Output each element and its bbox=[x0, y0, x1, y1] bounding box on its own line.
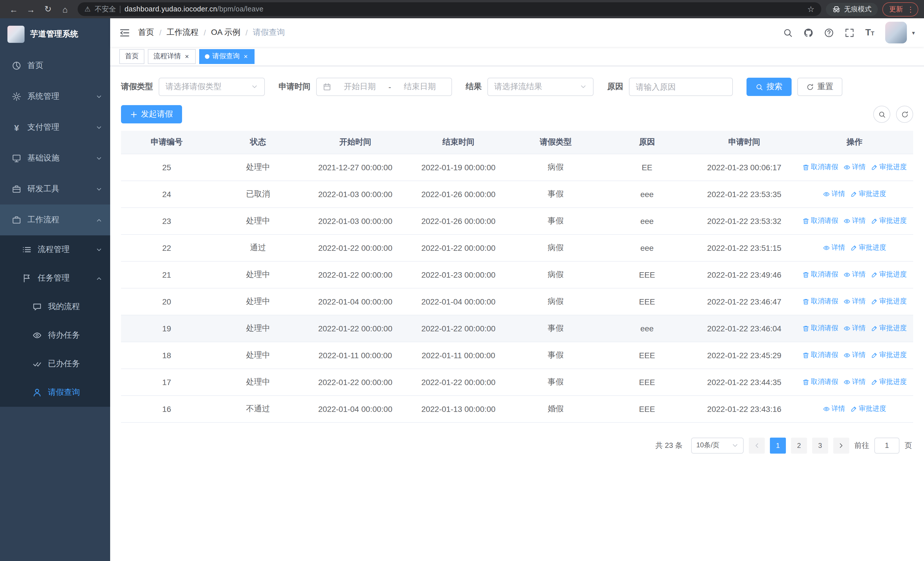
toggle-search-button[interactable] bbox=[873, 106, 890, 123]
sidebar-item[interactable]: 任务管理 bbox=[0, 264, 110, 292]
security-label[interactable]: 不安全 bbox=[95, 4, 116, 14]
tab[interactable]: 首页 bbox=[119, 49, 144, 64]
detail-action-link[interactable]: 详情 bbox=[843, 216, 866, 226]
progress-action-link[interactable]: 审批进度 bbox=[871, 162, 907, 172]
leave-table: 申请编号状态开始时间结束时间请假类型原因申请时间操作 25处理中2021-12-… bbox=[121, 131, 913, 423]
font-size-icon[interactable]: TT bbox=[865, 27, 874, 38]
detail-action-link[interactable]: 详情 bbox=[823, 243, 845, 253]
trash-icon bbox=[802, 379, 809, 385]
cancel-action-link[interactable]: 取消请假 bbox=[802, 323, 838, 333]
overflow-menu-icon[interactable]: ⋮ bbox=[907, 5, 914, 14]
forward-icon[interactable]: → bbox=[23, 1, 39, 17]
cancel-action-link[interactable]: 取消请假 bbox=[802, 296, 838, 306]
cell-applied: 2022-01-22 23:49:46 bbox=[693, 261, 796, 288]
apply-time-range-picker[interactable]: 开始日期 - 结束日期 bbox=[316, 78, 452, 96]
progress-action-link[interactable]: 审批进度 bbox=[871, 296, 907, 306]
cancel-action-link[interactable]: 取消请假 bbox=[802, 162, 838, 172]
tabs-bar: 首页流程详情×请假查询× bbox=[110, 47, 924, 66]
sidebar-item[interactable]: 系统管理 bbox=[0, 81, 110, 112]
address-bar[interactable]: ⚠ 不安全 dashboard.yudao.iocoder.cn/bpm/oa/… bbox=[78, 2, 821, 16]
result-select[interactable]: 请选择流结果 bbox=[488, 78, 594, 96]
app-logo[interactable]: 芋道管理系统 bbox=[0, 18, 110, 50]
reload-icon[interactable]: ↻ bbox=[40, 1, 56, 17]
user-avatar[interactable] bbox=[885, 22, 907, 44]
refresh-table-button[interactable] bbox=[896, 106, 913, 123]
security-warning-icon[interactable]: ⚠ bbox=[84, 5, 91, 13]
tab-close-icon[interactable]: × bbox=[243, 52, 249, 60]
page-number-button[interactable]: 2 bbox=[791, 437, 807, 453]
progress-action-label: 审批进度 bbox=[859, 243, 886, 253]
chevron-down-icon bbox=[732, 442, 738, 449]
cell-start: 2022-01-22 00:00:00 bbox=[304, 315, 406, 341]
breadcrumb-separator: / bbox=[245, 28, 248, 37]
update-button[interactable]: 更新 ⋮ bbox=[882, 2, 918, 16]
sidebar-item[interactable]: 待办任务 bbox=[0, 321, 110, 350]
detail-action-link[interactable]: 详情 bbox=[823, 404, 845, 414]
search-icon[interactable] bbox=[783, 28, 793, 38]
sidebar-item[interactable]: 流程管理 bbox=[0, 235, 110, 264]
detail-action-link[interactable]: 详情 bbox=[843, 377, 866, 387]
progress-action-link[interactable]: 审批进度 bbox=[850, 243, 886, 253]
progress-action-link[interactable]: 审批进度 bbox=[850, 189, 886, 199]
goto-page-input[interactable] bbox=[874, 437, 900, 453]
table-row: 24已取消2022-01-03 00:00:002022-01-26 00:00… bbox=[121, 180, 913, 208]
detail-action-link[interactable]: 详情 bbox=[843, 270, 866, 279]
url-text[interactable]: dashboard.yudao.iocoder.cn/bpm/oa/leave bbox=[125, 5, 803, 13]
cancel-action-label: 取消请假 bbox=[811, 377, 838, 387]
detail-action-link[interactable]: 详情 bbox=[843, 162, 866, 172]
sidebar-item[interactable]: 请假查询 bbox=[0, 378, 110, 407]
sidebar-item[interactable]: ¥支付管理 bbox=[0, 112, 110, 143]
tab[interactable]: 请假查询× bbox=[199, 49, 255, 64]
leave-type-select[interactable]: 请选择请假类型 bbox=[159, 78, 265, 96]
breadcrumb-separator: / bbox=[204, 28, 206, 37]
progress-action-link[interactable]: 审批进度 bbox=[871, 270, 907, 279]
sidebar-item[interactable]: 首页 bbox=[0, 50, 110, 81]
detail-action-link[interactable]: 详情 bbox=[823, 189, 845, 199]
cancel-action-label: 取消请假 bbox=[811, 216, 838, 226]
detail-action-link[interactable]: 详情 bbox=[843, 296, 866, 306]
reset-button[interactable]: 重置 bbox=[797, 78, 842, 96]
reason-input[interactable] bbox=[629, 78, 733, 96]
cancel-action-link[interactable]: 取消请假 bbox=[802, 377, 838, 387]
progress-action-link[interactable]: 审批进度 bbox=[871, 377, 907, 387]
sidebar-item[interactable]: 工作流程 bbox=[0, 205, 110, 235]
incognito-label: 无痕模式 bbox=[844, 4, 872, 14]
tab[interactable]: 流程详情× bbox=[148, 49, 196, 64]
back-icon[interactable]: ← bbox=[6, 1, 22, 17]
github-icon[interactable] bbox=[804, 28, 813, 38]
sidebar-item[interactable]: 研发工具 bbox=[0, 174, 110, 205]
progress-action-link[interactable]: 审批进度 bbox=[871, 216, 907, 226]
detail-action-link[interactable]: 详情 bbox=[843, 323, 866, 333]
breadcrumb-item[interactable]: 工作流程 bbox=[166, 27, 199, 38]
progress-action-link[interactable]: 审批进度 bbox=[871, 350, 907, 360]
tab-close-icon[interactable]: × bbox=[184, 52, 190, 60]
cell-type: 病假 bbox=[510, 261, 601, 288]
progress-action-link[interactable]: 审批进度 bbox=[850, 404, 886, 414]
next-page-button[interactable] bbox=[833, 437, 849, 453]
fullscreen-icon[interactable] bbox=[844, 28, 854, 38]
home-icon[interactable]: ⌂ bbox=[57, 1, 73, 17]
cancel-action-link[interactable]: 取消请假 bbox=[802, 216, 838, 226]
progress-action-link[interactable]: 审批进度 bbox=[871, 323, 907, 333]
sidebar-item[interactable]: 基础设施 bbox=[0, 143, 110, 174]
help-icon[interactable] bbox=[824, 28, 834, 38]
create-leave-button[interactable]: 发起请假 bbox=[121, 105, 182, 123]
cell-id: 21 bbox=[121, 261, 212, 288]
prev-page-button[interactable] bbox=[749, 437, 765, 453]
bookmark-star-icon[interactable]: ☆ bbox=[807, 5, 814, 14]
page-number-button[interactable]: 1 bbox=[770, 437, 786, 453]
page-size-select[interactable]: 10条/页 bbox=[691, 437, 744, 453]
detail-action-link[interactable]: 详情 bbox=[843, 350, 866, 360]
trash-icon bbox=[802, 325, 809, 332]
breadcrumb-item[interactable]: 首页 bbox=[138, 27, 154, 38]
sidebar-item[interactable]: 已办任务 bbox=[0, 350, 110, 378]
sidebar-item[interactable]: 我的流程 bbox=[0, 292, 110, 321]
page-number-button[interactable]: 3 bbox=[812, 437, 828, 453]
sidebar-collapse-icon[interactable] bbox=[119, 27, 130, 38]
search-button[interactable]: 搜索 bbox=[747, 78, 792, 96]
cancel-action-link[interactable]: 取消请假 bbox=[802, 270, 838, 279]
chevron-down-icon[interactable]: ▾ bbox=[912, 29, 915, 36]
breadcrumb-item[interactable]: OA 示例 bbox=[211, 27, 240, 38]
cell-type: 事假 bbox=[510, 341, 601, 368]
cancel-action-link[interactable]: 取消请假 bbox=[802, 350, 838, 360]
